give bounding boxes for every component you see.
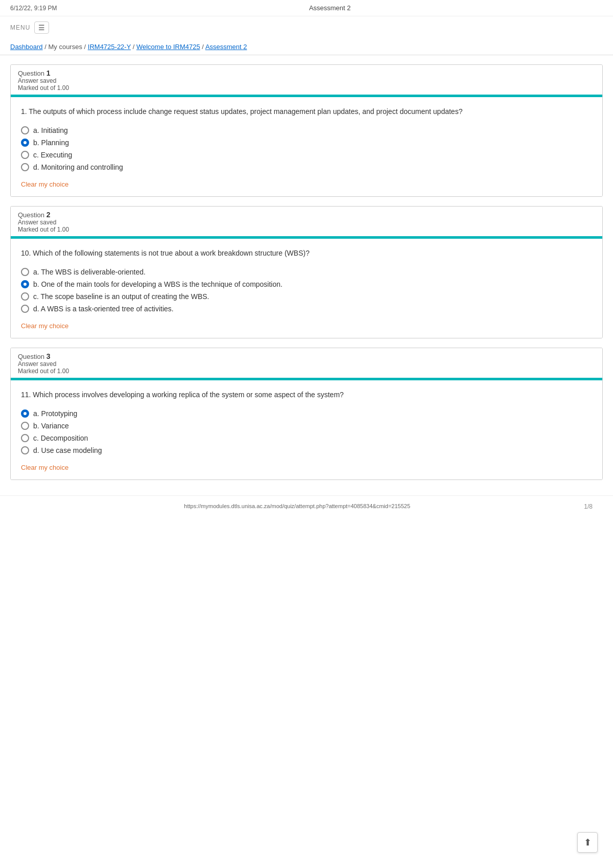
list-item[interactable]: a. Prototyping [21, 409, 592, 418]
list-item[interactable]: d. A WBS is a task-oriented tree of acti… [21, 305, 592, 313]
menu-bar: MENU ☰ [0, 16, 613, 39]
list-item[interactable]: d. Use case modeling [21, 446, 592, 454]
q2-clear-choice[interactable]: Clear my choice [21, 322, 68, 330]
q3-text: 11. Which process involves developing a … [21, 390, 592, 400]
q2-status: Answer saved [18, 219, 595, 226]
q3-number: 3 [46, 352, 51, 360]
q2-options: a. The WBS is deliverable-oriented. b. O… [21, 268, 592, 313]
q1-content: 1. The outputs of which process include … [11, 97, 602, 196]
q1-radio-d[interactable] [21, 163, 29, 171]
list-item[interactable]: c. Decomposition [21, 434, 592, 442]
question-meta-3: Question 3 Answer saved Marked out of 1.… [11, 348, 602, 378]
footer-page: 1/8 [584, 503, 593, 510]
q3-label: Question [18, 353, 44, 360]
footer: https://mymodules.dtls.unisa.ac.za/mod/q… [0, 495, 613, 516]
q1-status: Answer saved [18, 77, 595, 84]
q1-option-d-label: d. Monitoring and controlling [33, 163, 123, 171]
menu-label: MENU [10, 24, 30, 31]
q1-clear-choice[interactable]: Clear my choice [21, 180, 68, 188]
top-bar-title: Assessment 2 [309, 4, 351, 12]
q2-radio-c[interactable] [21, 292, 29, 301]
q1-option-b-label: b. Planning [33, 139, 69, 147]
list-item[interactable]: c. The scope baseline is an output of cr… [21, 292, 592, 301]
q1-option-c-label: c. Executing [33, 151, 72, 159]
q2-option-c-label: c. The scope baseline is an output of cr… [33, 292, 209, 301]
breadcrumb-dashboard[interactable]: Dashboard [10, 43, 43, 51]
question-block-3: Question 3 Answer saved Marked out of 1.… [10, 348, 603, 480]
q1-mark: Marked out of 1.00 [18, 84, 595, 92]
q3-option-a-label: a. Prototyping [33, 409, 77, 418]
q3-radio-b[interactable] [21, 422, 29, 430]
q3-status: Answer saved [18, 360, 595, 368]
q3-radio-c[interactable] [21, 434, 29, 442]
question-block-1: Question 1 Answer saved Marked out of 1.… [10, 64, 603, 197]
q2-option-d-label: d. A WBS is a task-oriented tree of acti… [33, 305, 174, 313]
footer-url: https://mymodules.dtls.unisa.ac.za/mod/q… [184, 503, 410, 509]
breadcrumb-welcome[interactable]: Welcome to IRM4725 [136, 43, 200, 51]
question-block-2: Question 2 Answer saved Marked out of 1.… [10, 206, 603, 338]
q1-radio-a[interactable] [21, 126, 29, 134]
q2-radio-d[interactable] [21, 305, 29, 313]
q2-option-a-label: a. The WBS is deliverable-oriented. [33, 268, 146, 276]
q2-content: 10. Which of the following statements is… [11, 239, 602, 338]
q1-options: a. Initiating b. Planning c. Executing d… [21, 126, 592, 171]
top-bar-datetime: 6/12/22, 9:19 PM [10, 5, 57, 12]
q1-number: 1 [46, 69, 51, 77]
q3-mark: Marked out of 1.00 [18, 368, 595, 375]
q3-options: a. Prototyping b. Variance c. Decomposit… [21, 409, 592, 454]
q2-option-b-label: b. One of the main tools for developing … [33, 280, 282, 288]
q3-clear-choice[interactable]: Clear my choice [21, 464, 68, 471]
list-item[interactable]: b. Planning [21, 139, 592, 147]
question-meta-2: Question 2 Answer saved Marked out of 1.… [11, 207, 602, 236]
breadcrumb-assessment[interactable]: Assessment 2 [205, 43, 247, 51]
q2-radio-a[interactable] [21, 268, 29, 276]
q3-option-c-label: c. Decomposition [33, 434, 88, 442]
q2-text: 10. Which of the following statements is… [21, 248, 592, 259]
q3-radio-d[interactable] [21, 446, 29, 454]
q1-option-a-label: a. Initiating [33, 126, 68, 134]
q3-option-b-label: b. Variance [33, 422, 69, 430]
menu-toggle-button[interactable]: ☰ [34, 21, 49, 34]
q2-mark: Marked out of 1.00 [18, 226, 595, 233]
q1-text: 1. The outputs of which process include … [21, 106, 592, 117]
question-meta-1: Question 1 Answer saved Marked out of 1.… [11, 65, 602, 95]
breadcrumb-course[interactable]: IRM4725-22-Y [88, 43, 131, 51]
q1-label: Question [18, 70, 44, 77]
q3-option-d-label: d. Use case modeling [33, 446, 102, 454]
list-item[interactable]: c. Executing [21, 151, 592, 159]
breadcrumb: Dashboard / My courses / IRM4725-22-Y / … [0, 39, 613, 55]
list-item[interactable]: a. The WBS is deliverable-oriented. [21, 268, 592, 276]
list-item[interactable]: b. One of the main tools for developing … [21, 280, 592, 288]
q1-radio-b[interactable] [21, 139, 29, 147]
list-item[interactable]: b. Variance [21, 422, 592, 430]
hamburger-icon: ☰ [38, 24, 45, 32]
q2-label: Question [18, 211, 44, 219]
top-bar: 6/12/22, 9:19 PM Assessment 2 [0, 0, 613, 16]
breadcrumb-mycourses: My courses [48, 43, 82, 51]
list-item[interactable]: d. Monitoring and controlling [21, 163, 592, 171]
q1-radio-c[interactable] [21, 151, 29, 159]
q2-radio-b[interactable] [21, 280, 29, 288]
q3-radio-a[interactable] [21, 409, 29, 418]
q2-number: 2 [46, 211, 51, 219]
list-item[interactable]: a. Initiating [21, 126, 592, 134]
q3-content: 11. Which process involves developing a … [11, 380, 602, 479]
